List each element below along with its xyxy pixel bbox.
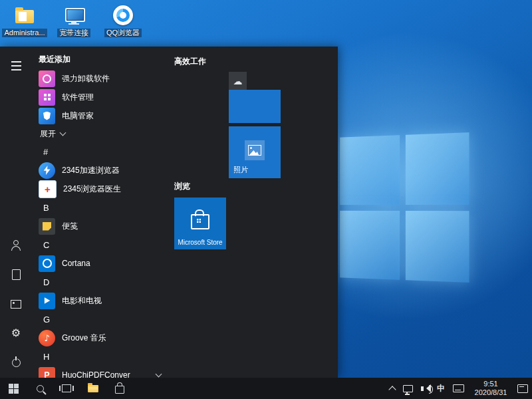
document-icon [12, 269, 21, 280]
tile-label: Microsoft Store [174, 239, 226, 246]
start-button[interactable] [0, 378, 27, 399]
start-menu: ⚙ 最近添加 强力卸载软件 软件管理 电脑管家 展开 # [0, 47, 338, 378]
desktop-icon-qq-browser[interactable]: QQ浏览器 [102, 4, 144, 37]
tray-ime-indicator[interactable]: 中 [433, 378, 449, 399]
qq-browser-icon [112, 4, 134, 27]
tray-clock[interactable]: 9:51 2020/8/31 [468, 378, 513, 399]
network-icon [403, 385, 413, 392]
desktop-icon-label: Administra... [2, 29, 47, 37]
settings-button[interactable]: ⚙ [5, 323, 27, 343]
hamburger-icon [11, 59, 21, 72]
expand-button[interactable]: 展开 [37, 125, 172, 142]
cortana-icon [39, 255, 55, 272]
app-list-item-2345-browser-doctor[interactable]: + 2345浏览器医生 [37, 180, 172, 198]
taskbar-search-button[interactable] [27, 378, 53, 399]
letter-label: C [43, 240, 49, 250]
windows-logo-pane [340, 210, 399, 279]
app-list-letter-h[interactable]: H [37, 347, 172, 366]
chevron-down-icon [156, 371, 162, 378]
tray-show-hidden-icons[interactable] [386, 378, 399, 399]
app-list-item-pc-manager[interactable]: 电脑管家 [37, 106, 172, 125]
tray-network[interactable] [399, 378, 417, 399]
app-list-item-cortana[interactable]: Cortana [37, 254, 172, 273]
app-label: Cortana [62, 259, 90, 268]
software-manager-app-icon [39, 89, 55, 106]
search-icon [37, 385, 44, 392]
app-label: 强力卸载软件 [62, 73, 110, 84]
sticky-notes-icon [39, 218, 55, 235]
system-tray: 中 9:51 2020/8/31 [386, 378, 532, 399]
file-explorer-button[interactable] [80, 378, 106, 399]
desktop-icons: Administra... 宽带连接 QQ浏览器 [4, 4, 144, 37]
action-center-button[interactable] [513, 378, 532, 399]
start-menu-rail: ⚙ [0, 47, 32, 378]
app-list-letter-c[interactable]: C [37, 235, 172, 254]
app-list-letter-d[interactable]: D [37, 273, 172, 291]
app-list-letter-b[interactable]: B [37, 198, 172, 217]
chevron-up-icon [388, 386, 396, 393]
app-list-item-2345-speed-browser[interactable]: 2345加速浏览器 [37, 161, 172, 180]
app-list-item-huochi-pdf-converter[interactable]: P HuoChiPDFConver [37, 366, 172, 378]
keyboard-icon [453, 384, 464, 392]
tray-volume[interactable] [417, 378, 433, 399]
app-list-letter-g[interactable]: G [37, 310, 172, 329]
desktop-icon-administrator[interactable]: Administra... [4, 4, 45, 37]
user-account-button[interactable] [5, 235, 27, 255]
desktop-icon-broadband[interactable]: 宽带连接 [53, 4, 94, 37]
folder-icon [88, 385, 98, 392]
pc-manager-app-icon [39, 108, 55, 124]
photos-icon [248, 145, 261, 156]
windows-logo-icon [9, 384, 19, 394]
start-menu-app-list: 最近添加 强力卸载软件 软件管理 电脑管家 展开 # 2345加速浏览器 + [32, 47, 172, 378]
tile-onedrive[interactable]: ☁ [229, 72, 281, 123]
app-label: 2345浏览器医生 [63, 184, 121, 195]
app-label: 便笺 [62, 221, 78, 232]
photos-icon-box [245, 140, 265, 160]
clock-time: 9:51 [483, 380, 497, 388]
windows-logo-pane [405, 132, 469, 204]
notification-icon [517, 384, 528, 393]
tray-touch-keyboard[interactable] [449, 378, 468, 399]
recently-added-header: 最近添加 [37, 55, 172, 69]
microsoft-store-button[interactable] [106, 378, 133, 399]
gear-icon: ⚙ [11, 328, 21, 338]
letter-label: G [43, 315, 50, 325]
speaker-icon [421, 386, 424, 391]
app-list-item-movies-tv[interactable]: 电影和电视 [37, 291, 172, 310]
windows-logo-pane [405, 211, 469, 283]
menu-expand-button[interactable] [5, 56, 27, 76]
app-label: 软件管理 [62, 92, 94, 103]
taskbar: 中 9:51 2020/8/31 [0, 378, 532, 399]
huochi-pdf-converter-icon: P [39, 367, 55, 378]
shopping-bag-icon [115, 386, 124, 394]
desktop-icon-label: 宽带连接 [57, 29, 90, 37]
pictures-icon [11, 300, 21, 309]
chevron-down-icon [60, 130, 66, 136]
app-list-item-sticky-notes[interactable]: 便笺 [37, 217, 172, 235]
2345-speed-browser-icon [39, 162, 55, 179]
power-button[interactable] [5, 352, 27, 372]
documents-button[interactable] [5, 265, 27, 285]
tile-label: 照片 [233, 165, 248, 175]
music-note-glyph: ♪ [44, 334, 49, 342]
tile-loading-body [229, 90, 281, 123]
expand-label: 展开 [40, 128, 56, 140]
start-menu-tiles: 高效工作 ☁ 照片 浏览 Microsoft Store [172, 47, 338, 378]
task-view-button[interactable] [53, 378, 80, 399]
app-list-item-uninstaller[interactable]: 强力卸载软件 [37, 69, 172, 88]
tile-photos[interactable]: 照片 [229, 126, 281, 178]
start-menu-rail-bottom: ⚙ [0, 235, 32, 372]
app-list-letter-hash[interactable]: # [37, 142, 172, 161]
desktop-icon-label: QQ浏览器 [104, 29, 142, 37]
app-label: 电影和电视 [62, 295, 102, 307]
app-label: 2345加速浏览器 [62, 165, 120, 176]
letter-label: B [43, 203, 49, 213]
windows-logo-wallpaper [340, 132, 469, 283]
pictures-button[interactable] [5, 294, 27, 314]
letter-label: H [43, 352, 49, 362]
app-list-item-software-manager[interactable]: 软件管理 [37, 88, 172, 106]
tile-microsoft-store[interactable]: Microsoft Store [174, 198, 226, 249]
2345-browser-doctor-icon: + [39, 180, 57, 198]
user-icon [11, 240, 21, 251]
app-list-item-groove-music[interactable]: ♪ Groove 音乐 [37, 329, 172, 347]
